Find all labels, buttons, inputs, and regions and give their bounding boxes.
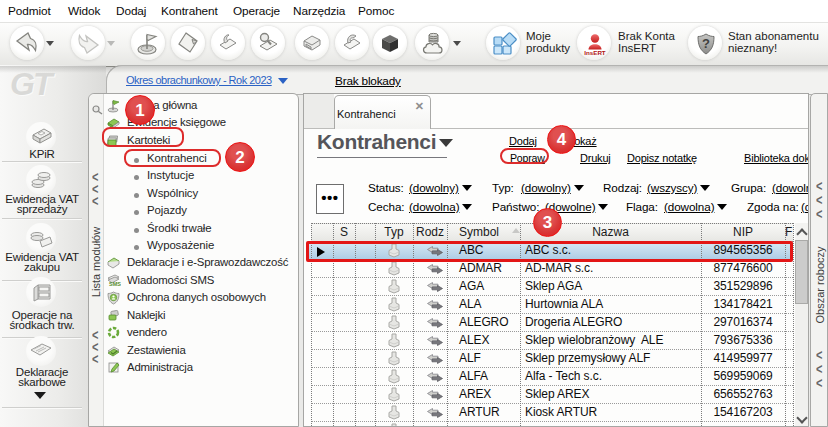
svg-text:SMS: SMS [109, 281, 121, 287]
svg-text:InsERT: InsERT [584, 49, 606, 56]
svg-text:?: ? [702, 36, 710, 51]
